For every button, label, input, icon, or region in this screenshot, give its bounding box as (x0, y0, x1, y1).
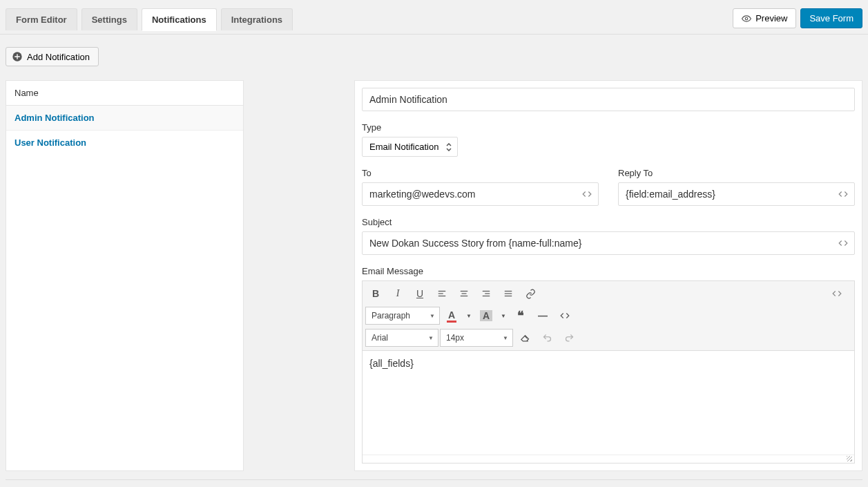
tab-integrations[interactable]: Integrations (221, 8, 293, 30)
subject-label: Subject (362, 217, 855, 227)
type-select[interactable]: Email Notification (363, 137, 457, 156)
clear-format-button[interactable] (514, 328, 535, 347)
add-notification-label: Add Notification (27, 52, 90, 62)
format-select-value: Paragraph (372, 311, 410, 321)
text-color-dropdown[interactable]: ▼ (463, 306, 474, 325)
type-label: Type (362, 122, 855, 133)
notification-editor: Type Email Notification To (354, 80, 862, 471)
save-form-button[interactable]: Save Form (800, 8, 862, 28)
redo-icon (564, 333, 575, 343)
align-right-button[interactable] (476, 284, 496, 303)
font-select-value: Arial (372, 333, 388, 343)
underline-button[interactable]: U (409, 284, 430, 303)
tabs: Form Editor Settings Notifications Integ… (6, 8, 293, 30)
link-icon (525, 289, 536, 299)
align-right-icon (481, 289, 491, 298)
link-button[interactable] (520, 284, 541, 303)
top-actions: Preview Save Form (733, 8, 862, 34)
to-replyto-row: To Reply To (362, 168, 855, 206)
subject-input[interactable] (362, 231, 855, 255)
notifications-sidebar: Name Admin Notification User Notificatio… (6, 80, 244, 471)
toolbar-row-3: Arial ▼ 14px ▼ (365, 328, 851, 347)
undo-icon (542, 333, 552, 343)
font-select[interactable]: Arial ▼ (365, 329, 438, 347)
code-icon (838, 238, 848, 248)
redo-button[interactable] (559, 328, 579, 347)
code-icon (582, 189, 592, 199)
to-input[interactable] (362, 182, 599, 206)
toolbar-row-2: Paragraph ▼ A ▼ A ▼ ❝ — (365, 306, 851, 325)
code-icon (560, 311, 570, 321)
highlight-dropdown[interactable]: ▼ (498, 306, 509, 325)
tab-notifications[interactable]: Notifications (142, 8, 217, 30)
message-label: Email Message (362, 266, 855, 276)
undo-button[interactable] (537, 328, 557, 347)
editor-merge-tag-button[interactable] (832, 285, 850, 302)
sidebar-header: Name (6, 81, 243, 106)
columns: Name Admin Notification User Notificatio… (6, 80, 862, 471)
hr-button[interactable]: — (532, 306, 553, 325)
toolbar-row-1: B I U (365, 284, 851, 303)
quote-button[interactable]: ❝ (510, 306, 531, 325)
add-notification-button[interactable]: Add Notification (6, 47, 99, 66)
text-color-icon: A (447, 309, 456, 323)
replyto-input[interactable] (618, 182, 855, 206)
eraser-icon (520, 333, 530, 343)
highlight-icon: A (480, 310, 492, 321)
subject-merge-tag-button[interactable] (834, 235, 852, 251)
align-center-icon (459, 289, 469, 298)
content: Add Notification Name Admin Notification… (0, 35, 868, 486)
chevron-down-icon: ▼ (503, 335, 508, 341)
svg-point-0 (745, 17, 748, 20)
eye-icon (742, 14, 751, 23)
align-justify-button[interactable] (498, 284, 519, 303)
replyto-merge-tag-button[interactable] (834, 186, 852, 202)
replyto-label: Reply To (618, 168, 855, 178)
preview-label: Preview (755, 13, 787, 23)
type-select-wrap[interactable]: Email Notification (362, 137, 458, 157)
sidebar-item-admin-notification[interactable]: Admin Notification (6, 106, 243, 131)
size-select-value: 14px (446, 333, 464, 343)
italic-button[interactable]: I (387, 284, 408, 303)
size-select[interactable]: 14px ▼ (440, 329, 513, 347)
align-left-icon (437, 289, 447, 298)
chevron-down-icon: ▼ (501, 313, 506, 319)
preview-button[interactable]: Preview (733, 8, 796, 28)
message-editor[interactable]: {all_fields} (363, 351, 854, 455)
top-bar: Form Editor Settings Notifications Integ… (0, 0, 868, 35)
format-select[interactable]: Paragraph ▼ (365, 307, 440, 325)
hr-icon: — (538, 310, 548, 321)
divider (6, 479, 862, 480)
tab-settings[interactable]: Settings (81, 8, 137, 30)
code-button[interactable] (554, 306, 575, 325)
code-icon (838, 189, 848, 199)
notification-title-input[interactable] (362, 88, 855, 111)
editor-toolbar: B I U Paragraph ▼ A (363, 281, 854, 351)
align-left-button[interactable] (432, 284, 452, 303)
chevron-down-icon: ▼ (428, 335, 434, 341)
chevron-down-icon: ▼ (466, 313, 472, 319)
sidebar-item-user-notification[interactable]: User Notification (6, 131, 243, 155)
tab-form-editor[interactable]: Form Editor (6, 8, 77, 30)
bold-button[interactable]: B (365, 284, 386, 303)
plus-circle-icon (12, 51, 23, 62)
text-color-button[interactable]: A (441, 306, 462, 325)
align-center-button[interactable] (454, 284, 474, 303)
to-label: To (362, 168, 599, 178)
code-icon (832, 289, 850, 298)
align-justify-icon (503, 289, 513, 298)
quote-icon: ❝ (517, 308, 524, 323)
chevron-down-icon: ▼ (430, 313, 435, 319)
resize-handle[interactable] (363, 455, 854, 463)
rich-text-editor: B I U Paragraph ▼ A (362, 280, 855, 464)
highlight-button[interactable]: A (476, 306, 496, 325)
to-merge-tag-button[interactable] (578, 186, 596, 202)
